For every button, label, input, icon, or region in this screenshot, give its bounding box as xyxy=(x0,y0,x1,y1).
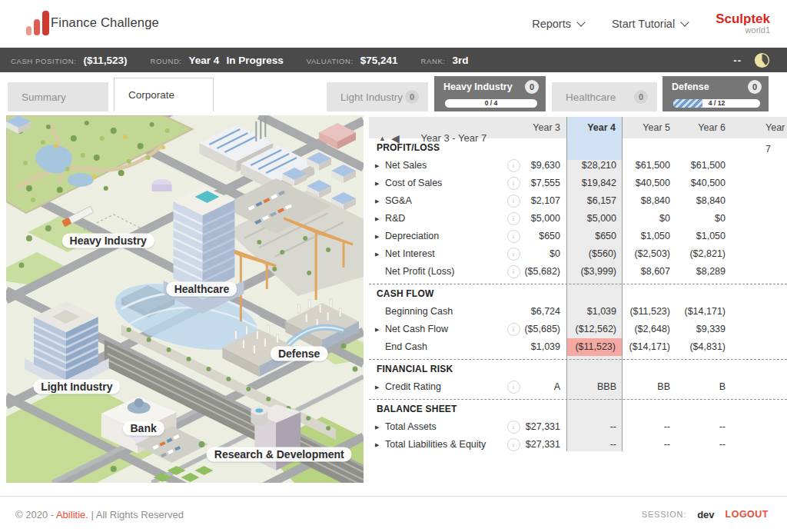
expand-icon[interactable]: ▶ xyxy=(375,228,379,245)
valuation-value: $75,241 xyxy=(360,55,398,66)
expand-icon[interactable]: ▶ xyxy=(375,321,379,338)
row-label-text: Cost of Sales xyxy=(385,178,442,188)
column-header-year3[interactable]: Year 3 xyxy=(523,117,566,160)
table-cell: ($3,999) xyxy=(566,263,623,281)
scroll-left-icon[interactable]: ◀ xyxy=(391,128,400,149)
app-title: Finance Challenge xyxy=(51,15,159,30)
table-row-sg-a[interactable]: ▶SG&Ai$2,107$6,157$8,840$8,840 xyxy=(369,192,787,210)
map-label-bank: Bank xyxy=(122,421,164,436)
table-row-net-interest[interactable]: ▶Net Interesti$0($560)($2,503)($2,821) xyxy=(369,245,787,263)
table-row-total-assets[interactable]: ▶Total Assetsi$27,331------ xyxy=(369,418,787,436)
finance-challenge-app: Finance Challenge Reports Start Tutorial… xyxy=(0,0,787,532)
column-header-year4[interactable]: Year 4 xyxy=(566,117,623,160)
row-label-text: Total Liabilities & Equity xyxy=(385,439,486,450)
tab-heavy-industry[interactable]: Heavy Industry00 / 4 xyxy=(434,76,546,111)
tab-corporate-label: Corporate xyxy=(128,89,174,101)
section-title-row: BALANCE SHEET xyxy=(369,400,787,418)
info-cell: i xyxy=(503,418,523,436)
table-cell: $8,289 xyxy=(676,263,732,281)
row-label: ▶Credit Rating xyxy=(369,378,503,396)
start-tutorial-label: Start Tutorial xyxy=(612,18,675,30)
info-icon[interactable]: i xyxy=(507,248,520,261)
world-name: world1 xyxy=(716,26,770,35)
table-cell: ($4,831) xyxy=(676,338,732,356)
row-label-text: Beginning Cash xyxy=(385,306,453,317)
table-row-beginning-cash[interactable]: Beginning Cash$6,724$1,039($11,523)($14,… xyxy=(369,303,787,321)
copyright-prefix: © 2020 - xyxy=(15,509,56,520)
table-cell: $19,842 xyxy=(566,175,623,192)
header-menu: Reports Start Tutorial Sculptek world1 xyxy=(532,0,770,48)
section-title-row: FINANCIAL RISK xyxy=(369,360,787,378)
reports-menu[interactable]: Reports xyxy=(532,18,584,30)
table-row-net-profit-loss[interactable]: Net Profit (Loss)i($5,682)($3,999)$8,607… xyxy=(369,263,787,281)
expand-icon[interactable]: ▶ xyxy=(375,418,379,436)
info-cell xyxy=(503,338,523,356)
column-header-year7[interactable]: Year 7 xyxy=(732,117,787,160)
row-label: ▶Total Assets xyxy=(369,418,503,436)
table-row-r-d[interactable]: ▶R&Di$5,000$5,000$0$0 xyxy=(369,210,787,228)
table-cell: $27,331 xyxy=(523,436,566,452)
info-icon[interactable]: i xyxy=(507,421,520,434)
info-icon[interactable]: i xyxy=(507,177,520,190)
info-icon[interactable]: i xyxy=(507,381,520,394)
table-cell: $650 xyxy=(523,228,566,245)
table-cell: $8,840 xyxy=(676,192,732,210)
expand-icon[interactable]: ▶ xyxy=(375,192,379,210)
table-cell: -- xyxy=(676,436,732,452)
table-row-cost-of-sales[interactable]: ▶Cost of Salesi$7,555$19,842$40,500$40,5… xyxy=(369,175,787,192)
logo-bar-small xyxy=(26,26,32,35)
top-header: Finance Challenge Reports Start Tutorial… xyxy=(0,0,787,48)
expand-icon[interactable]: ▶ xyxy=(375,175,379,192)
column-header-year6[interactable]: Year 6 xyxy=(676,117,732,160)
info-icon[interactable]: i xyxy=(507,323,520,336)
expand-icon[interactable]: ▶ xyxy=(375,245,379,263)
table-cell: BB xyxy=(623,378,676,396)
cash-position-group: CASH POSITION: ($11,523) xyxy=(11,55,128,66)
timer-group: -- xyxy=(733,52,770,68)
abilitie-link[interactable]: Abilitie. xyxy=(56,509,88,520)
city-map-illustration xyxy=(6,115,364,483)
table-row-net-cash-flow[interactable]: ▶Net Cash Flowi($5,685)($12,562)($2,648)… xyxy=(369,321,787,338)
expand-icon[interactable]: ▶ xyxy=(375,378,379,396)
row-label-text: Depreciation xyxy=(385,231,439,241)
info-icon[interactable]: i xyxy=(507,438,520,451)
expand-icon[interactable]: ▶ xyxy=(375,210,379,228)
row-label: ▶SG&A xyxy=(369,192,503,210)
info-icon[interactable]: i xyxy=(507,265,520,278)
logo-bar-tall xyxy=(42,11,49,35)
row-label: ▶Net Interest xyxy=(369,245,503,263)
company-name: Sculptek xyxy=(716,12,770,26)
expand-icon[interactable]: ▶ xyxy=(375,436,379,452)
tab-light-industry[interactable]: Light Industry0 xyxy=(327,82,428,111)
table-cell: ($5,682) xyxy=(523,263,566,281)
table-cell: $2,107 xyxy=(523,192,566,210)
tab-badge: 0 xyxy=(525,80,539,94)
info-icon[interactable]: i xyxy=(507,230,520,243)
tab-summary[interactable]: Summary xyxy=(8,82,108,111)
city-map[interactable]: Heavy IndustryHealthcareDefenseLight Ind… xyxy=(6,115,364,483)
info-icon[interactable]: i xyxy=(507,212,520,225)
table-row-credit-rating[interactable]: ▶Credit RatingiABBBBBB xyxy=(369,378,787,396)
table-row-end-cash[interactable]: End Cash$1,039($11,523)($14,171)($4,831) xyxy=(369,338,787,356)
table-row-depreciation[interactable]: ▶Depreciationi$650$650$1,050$1,050 xyxy=(369,228,787,245)
info-cell: i xyxy=(503,210,523,228)
table-cell: $8,607 xyxy=(623,263,676,281)
collapse-icon[interactable]: ▲ xyxy=(379,128,386,149)
table-row-total-liabilities-equity[interactable]: ▶Total Liabilities & Equityi$27,331-----… xyxy=(369,436,787,452)
row-label-text: Total Assets xyxy=(385,421,437,432)
info-icon[interactable]: i xyxy=(507,159,520,172)
table-cell xyxy=(732,321,787,338)
tab-corporate[interactable]: Corporate xyxy=(114,78,214,111)
table-cell: $40,500 xyxy=(676,175,732,192)
column-header-year5[interactable]: Year 5 xyxy=(623,117,676,160)
tab-defense[interactable]: Defense04 / 12 xyxy=(662,76,769,111)
tab-healthcare[interactable]: Healthcare0 xyxy=(552,82,657,111)
start-tutorial-menu[interactable]: Start Tutorial xyxy=(612,18,688,30)
table-cell: BBB xyxy=(566,378,623,396)
row-label: ▶Net Cash Flow xyxy=(369,321,503,338)
logout-button[interactable]: LOGOUT xyxy=(726,509,769,520)
map-label-research-development: Research & Development xyxy=(207,447,352,462)
row-label: Net Profit (Loss) xyxy=(369,263,503,281)
copyright-suffix: | All Rights Reserved xyxy=(88,509,184,520)
info-icon[interactable]: i xyxy=(507,195,520,208)
